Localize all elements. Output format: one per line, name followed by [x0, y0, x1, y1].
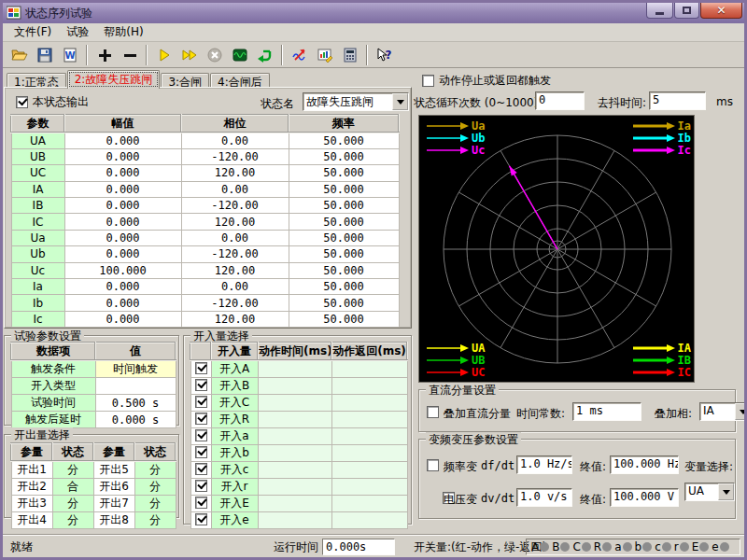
superpose-phase-dropdown[interactable]: IA [699, 402, 744, 421]
param-value-cell[interactable]: 0.000 [64, 311, 181, 327]
input-checkbox[interactable] [195, 497, 207, 509]
output-state-cell[interactable]: 分 [52, 512, 93, 529]
freq-change-checkbox[interactable] [427, 459, 439, 471]
maximize-button[interactable] [674, 3, 699, 19]
param-value-cell[interactable]: 0.000 [64, 148, 181, 164]
param-value-cell[interactable]: 50.000 [289, 262, 399, 278]
state-name-dropdown[interactable]: 故障失压跳闸 [303, 92, 409, 111]
undo-button[interactable] [252, 44, 277, 66]
state-output-checkbox[interactable] [16, 96, 28, 108]
input-checkbox[interactable] [195, 429, 207, 441]
remove-state-button[interactable] [117, 44, 142, 66]
phasor-button[interactable] [287, 44, 312, 66]
param-value-cell[interactable]: 50.000 [289, 230, 399, 245]
tab-2:故障失压跳闸[interactable]: 2:故障失压跳闸 [67, 70, 161, 89]
test-param-value[interactable]: 时间触发 [95, 360, 176, 378]
param-value-cell[interactable]: 50.000 [289, 295, 399, 311]
output-state-cell[interactable]: 分 [134, 479, 176, 496]
menu-item-file[interactable]: 文件(F) [7, 22, 59, 42]
menu-item-test[interactable]: 试验 [59, 22, 96, 42]
input-checkbox[interactable] [195, 446, 207, 458]
param-value-cell[interactable]: -120.00 [181, 295, 289, 311]
test-param-value[interactable] [95, 378, 176, 395]
chevron-down-icon[interactable] [718, 483, 734, 500]
calculator-button[interactable] [337, 44, 362, 66]
add-state-button[interactable] [92, 44, 117, 66]
param-value-cell[interactable]: 0.000 [64, 230, 181, 245]
test-param-value[interactable]: 0.500 s [95, 395, 176, 412]
param-value-cell[interactable]: 0.000 [64, 198, 181, 214]
save-button[interactable] [32, 44, 57, 66]
close-button[interactable]: ✕ [700, 3, 742, 19]
maximize-icon [683, 7, 691, 14]
input-checkbox[interactable] [195, 362, 207, 374]
output-state-cell[interactable]: 分 [134, 512, 176, 529]
dc-offset-checkbox[interactable] [427, 406, 439, 418]
param-value-cell[interactable]: 50.000 [289, 214, 399, 230]
input-checkbox[interactable] [195, 480, 207, 492]
variable-select-dropdown[interactable]: UA [684, 483, 735, 501]
param-value-cell[interactable]: 100.000 [64, 262, 181, 278]
dfdt-input[interactable]: 1.0 Hz/s [516, 455, 572, 474]
report-button[interactable] [312, 44, 337, 66]
param-value-cell[interactable]: -120.00 [181, 148, 289, 164]
param-value-cell[interactable]: 50.000 [289, 311, 399, 327]
param-value-cell[interactable]: 0.00 [181, 279, 289, 295]
export-word-button[interactable]: W [57, 44, 82, 66]
input-checkbox[interactable] [195, 413, 207, 425]
param-row: IB0.000-120.0050.000 [11, 198, 399, 214]
param-value-cell[interactable]: 0.00 [181, 181, 289, 197]
param-value-cell[interactable]: 50.000 [289, 246, 399, 262]
param-value-cell[interactable]: 0.000 [64, 246, 181, 262]
help-button[interactable]: ? [372, 44, 397, 66]
chevron-down-icon[interactable] [392, 93, 408, 110]
dvdt-input[interactable]: 1.0 v/s [516, 488, 572, 507]
param-value-cell[interactable]: 0.00 [181, 230, 289, 245]
param-value-cell[interactable]: 120.00 [181, 262, 289, 278]
param-value-cell[interactable]: 120.00 [181, 165, 289, 181]
param-value-cell[interactable]: 0.000 [64, 279, 181, 295]
loop-count-input[interactable]: 0 [535, 91, 585, 110]
param-value-cell[interactable]: 0.00 [181, 133, 289, 148]
input-checkbox[interactable] [195, 396, 207, 408]
param-value-cell[interactable]: 50.000 [289, 198, 399, 214]
input-ret-time-cell [331, 428, 407, 445]
param-value-cell[interactable]: 50.000 [289, 165, 399, 181]
input-checkbox[interactable] [195, 463, 207, 475]
test-param-value[interactable]: 0.000 s [95, 412, 176, 428]
input-checkbox[interactable] [195, 379, 207, 391]
param-value-cell[interactable]: 0.000 [64, 295, 181, 311]
fast-forward-button[interactable] [176, 44, 202, 66]
output-state-cell[interactable]: 分 [134, 461, 176, 479]
param-value-cell[interactable]: 0.000 [64, 214, 181, 230]
param-value-cell[interactable]: 50.000 [289, 279, 399, 295]
param-value-cell[interactable]: 0.000 [64, 181, 181, 197]
debounce-input[interactable]: 5 [649, 91, 706, 110]
param-value-cell[interactable]: 0.000 [64, 165, 181, 181]
stop-button[interactable] [202, 44, 227, 66]
menu-item-help[interactable]: 帮助(H) [96, 22, 150, 42]
param-value-cell[interactable]: -120.00 [181, 198, 289, 214]
output-state-cell[interactable]: 分 [52, 496, 93, 512]
freq-end-input[interactable]: 100.000 Hz [610, 455, 679, 474]
param-value-cell[interactable]: 0.000 [64, 133, 181, 148]
param-value-cell[interactable]: -120.00 [181, 246, 289, 262]
open-button[interactable] [7, 44, 32, 66]
chevron-down-icon[interactable] [735, 403, 744, 420]
param-value-cell[interactable]: 50.000 [289, 133, 399, 148]
volt-end-input[interactable]: 100.000 V [610, 488, 679, 507]
trigger-stop-checkbox[interactable] [422, 75, 434, 87]
output-state-cell[interactable]: 分 [134, 496, 176, 512]
param-row: IC0.000120.0050.000 [11, 214, 399, 230]
waveform-button[interactable] [227, 44, 252, 66]
start-button[interactable] [151, 44, 176, 66]
time-constant-input[interactable]: 1 ms [572, 402, 641, 421]
output-state-cell[interactable]: 合 [52, 479, 93, 496]
param-value-cell[interactable]: 50.000 [289, 148, 399, 164]
minimize-button[interactable] [646, 3, 673, 19]
param-value-cell[interactable]: 120.00 [181, 214, 289, 230]
param-value-cell[interactable]: 120.00 [181, 311, 289, 327]
param-value-cell[interactable]: 50.000 [289, 181, 399, 197]
output-state-cell[interactable]: 分 [52, 461, 93, 479]
input-checkbox[interactable] [195, 513, 207, 525]
